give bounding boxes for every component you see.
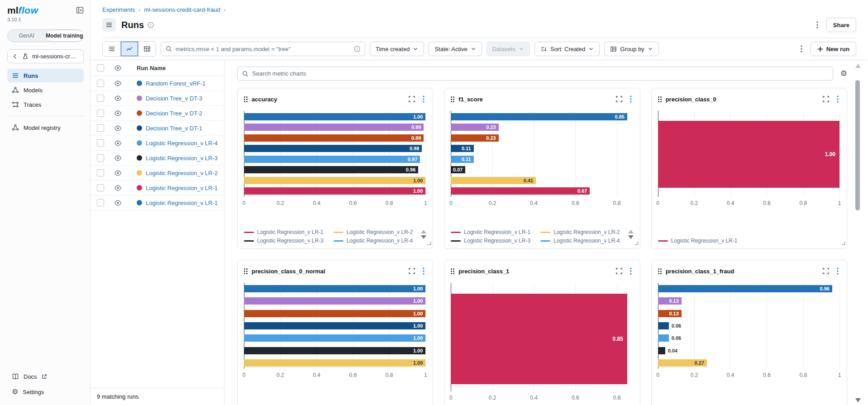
filter-state-active[interactable]: State: Active [429,42,482,56]
sidebar-item-runs[interactable]: Runs [7,69,84,82]
sidebar-item-docs[interactable]: Docs [7,370,84,383]
visibility-toggle-eye-icon[interactable] [114,110,122,117]
legend-down-arrow[interactable] [421,235,426,239]
chart-overflow-menu[interactable] [835,94,840,105]
run-name-link[interactable]: Decision Tree_v DT-2 [146,110,202,117]
run-name-link[interactable]: Decision Tree_v DT-3 [146,95,202,102]
tab-genai[interactable]: GenAI [8,30,46,42]
filter-sort-created[interactable]: Sort: Created [534,42,600,56]
legend-entry[interactable]: Logistic Regression_v LR-1 [244,229,328,235]
legend-down-arrow[interactable] [628,235,634,239]
charts-settings-gear-icon[interactable]: ⚙ [840,70,847,77]
breadcrumb-experiment-link[interactable]: ml-sessions-credit-card-fraud [144,6,220,13]
bar-row: 0.06 [658,322,840,329]
run-checkbox[interactable] [97,124,104,132]
view-list-button[interactable] [103,42,120,56]
view-table-button[interactable] [138,42,156,56]
share-button[interactable]: Share [826,18,856,32]
visibility-column-icon[interactable] [114,64,122,72]
visibility-toggle-eye-icon[interactable] [114,169,122,177]
legend-entry[interactable]: Logistic Regression_v LR-1 [451,229,535,235]
drag-handle-icon[interactable] [451,268,454,274]
sidebar-item-traces[interactable]: Traces [7,98,84,111]
drag-handle-icon[interactable] [451,96,454,102]
query-info-icon[interactable] [354,46,360,52]
expand-chart-button[interactable] [821,94,831,104]
visibility-toggle-eye-icon[interactable] [114,124,122,132]
expand-chart-button[interactable] [407,94,417,104]
bar [658,347,665,354]
visibility-toggle-eye-icon[interactable] [114,154,122,162]
run-name-link[interactable]: Logistic Regression_v LR-1 [146,200,218,206]
run-checkbox[interactable] [97,80,104,87]
chart-overflow-menu[interactable] [835,266,840,276]
sidebar-item-settings[interactable]: ⚙ Settings [7,385,84,399]
run-name-link[interactable]: Random Forest_vRF-1 [146,80,205,87]
legend-entry[interactable]: Logistic Regression_v LR-3 [451,238,535,244]
resize-handle[interactable] [427,239,431,247]
legend-entry[interactable]: Logistic Regression_v LR-4 [334,238,418,244]
expand-chart-button[interactable] [614,266,624,276]
legend-up-arrow[interactable] [421,230,426,233]
resize-handle[interactable] [634,239,639,247]
resize-handle[interactable] [841,239,845,247]
run-name-link[interactable]: Logistic Regression_v LR-1 [146,185,218,191]
run-query-input[interactable] [176,46,350,52]
run-checkbox[interactable] [97,184,104,191]
breadcrumb-experiments-link[interactable]: Experiments [102,6,135,13]
drag-handle-icon[interactable] [658,268,662,274]
run-checkbox[interactable] [97,139,104,147]
expand-chart-button[interactable] [407,266,417,276]
visibility-toggle-eye-icon[interactable] [114,199,122,207]
scroll-up-arrow[interactable] [855,64,861,68]
legend-entry[interactable]: Logistic Regression_v LR-4 [540,238,625,244]
visibility-toggle-eye-icon[interactable] [114,139,122,147]
chart-overflow-menu[interactable] [421,94,426,105]
legend-entry[interactable]: Logistic Regression_v LR-2 [334,229,418,235]
run-name-link[interactable]: Logistic Regression_v LR-2 [146,170,218,176]
chart-overflow-menu[interactable] [421,266,426,276]
drag-handle-icon[interactable] [244,96,248,102]
view-chart-button[interactable] [120,42,138,56]
visibility-toggle-eye-icon[interactable] [114,95,122,102]
toolbar-overflow-menu[interactable] [799,43,804,54]
filter-datasets[interactable]: Datasets [486,42,530,56]
run-checkbox[interactable] [97,95,104,102]
drag-handle-icon[interactable] [244,268,248,274]
chart-overflow-menu[interactable] [628,266,634,276]
scrollbar-thumb[interactable] [855,80,860,210]
run-name-link[interactable]: Decision Tree_v DT-1 [146,125,202,132]
run-checkbox[interactable] [97,110,104,117]
visibility-toggle-eye-icon[interactable] [114,80,122,87]
metric-search-input[interactable] [252,70,828,77]
legend-entry[interactable]: Logistic Regression_v LR-3 [244,238,328,244]
collapse-sidebar-icon[interactable] [76,6,84,16]
filter-group-by[interactable]: Group by [604,42,658,56]
page-overflow-menu[interactable] [815,19,820,30]
run-checkbox[interactable] [97,199,104,206]
tab-model-training[interactable]: Model training [45,30,84,42]
visibility-toggle-eye-icon[interactable] [114,184,122,192]
info-icon[interactable] [148,22,154,28]
back-arrow-icon[interactable] [12,53,19,60]
legend-up-arrow[interactable] [628,230,634,233]
drag-handle-icon[interactable] [658,96,662,102]
legend-entry[interactable]: Logistic Regression_v LR-1 [658,238,747,244]
run-name-link[interactable]: Logistic Regression_v LR-4 [146,140,218,147]
run-checkbox[interactable] [97,154,104,162]
run-name-link[interactable]: Logistic Regression_v LR-3 [146,155,218,162]
expand-chart-button[interactable] [614,94,624,104]
legend-entry[interactable]: Logistic Regression_v LR-2 [540,229,625,235]
run-checkbox[interactable] [97,169,104,176]
experiment-selector[interactable]: ml-sessions-credit... [7,49,84,63]
bar [658,334,669,342]
sidebar-item-model-registry[interactable]: Model registry [7,121,84,134]
filter-time-created[interactable]: Time created [370,42,424,56]
chart-overflow-menu[interactable] [628,94,634,105]
expand-chart-button[interactable] [821,266,831,276]
select-all-checkbox[interactable] [97,64,104,71]
runs-list-toggle-button[interactable] [102,18,116,32]
new-run-button[interactable]: New run [811,42,856,56]
sidebar-item-models[interactable]: Models [7,83,84,97]
scroll-down-arrow[interactable] [855,398,861,402]
